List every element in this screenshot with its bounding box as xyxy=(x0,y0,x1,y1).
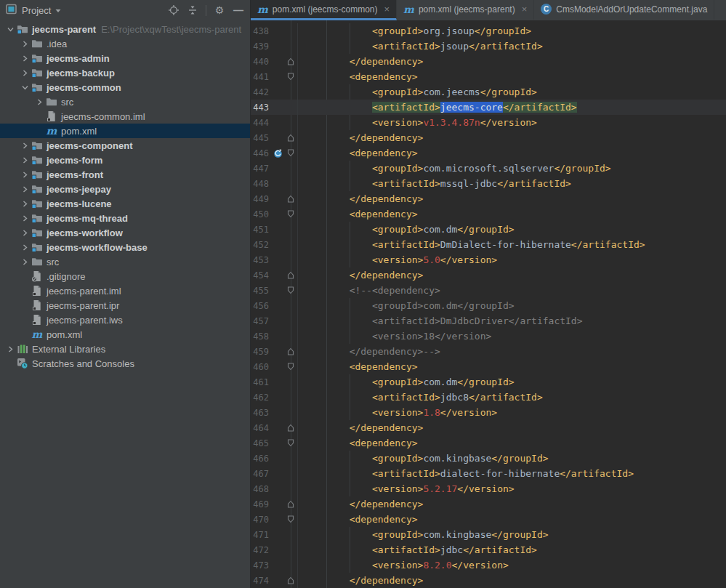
chevron-collapsed-icon[interactable] xyxy=(19,227,31,238)
tree-item-jeecms-component[interactable]: jeecms-component xyxy=(0,138,250,153)
tree-item-pom-xml[interactable]: mpom.xml xyxy=(0,124,250,138)
editor-tab[interactable]: mpom.xml (jeecms-common)× xyxy=(251,0,397,20)
tree-item-scratches-and-consoles[interactable]: Scratches and Consoles xyxy=(0,356,250,371)
fold-marker-icon[interactable] xyxy=(284,267,298,283)
code-text[interactable]: <version>5.0</version> xyxy=(298,252,726,267)
code-text[interactable]: <!--<dependency> xyxy=(298,283,726,298)
code-text[interactable]: </dependency> xyxy=(298,130,726,145)
tree-item--gitignore[interactable]: .gitignore xyxy=(0,269,250,283)
fold-marker-icon[interactable] xyxy=(284,573,298,588)
code-text[interactable]: </dependency>--> xyxy=(298,344,726,359)
code-text[interactable]: </dependency> xyxy=(298,496,726,512)
code-text[interactable]: <artifactId>DmJdbcDriver</artifactId> xyxy=(298,313,726,329)
code-text[interactable]: <artifactId>jdbc</artifactId> xyxy=(298,542,726,557)
tree-item-jeecms-lucene[interactable]: jeecms-lucene xyxy=(0,196,250,211)
project-view-selector[interactable]: Project xyxy=(6,4,62,17)
code-text[interactable]: </dependency> xyxy=(298,191,726,206)
code-text[interactable]: <artifactId>dialect-for-hibernate</artif… xyxy=(298,466,726,481)
close-tab-icon[interactable]: × xyxy=(522,4,528,14)
minimize-icon[interactable]: — xyxy=(233,4,244,16)
tree-item-jeecms-common-iml[interactable]: jeecms-common.iml xyxy=(0,109,250,124)
chevron-collapsed-icon[interactable] xyxy=(19,183,31,195)
tree-item-jeecms-common[interactable]: jeecms-common xyxy=(0,80,250,94)
code-text[interactable]: <dependency> xyxy=(298,359,726,374)
tree-item-jeecms-mq-thread[interactable]: jeecms-mq-thread xyxy=(0,211,250,225)
locate-icon[interactable] xyxy=(168,4,180,16)
code-text[interactable]: <artifactId>mssql-jdbc</artifactId> xyxy=(298,176,726,191)
chevron-collapsed-icon[interactable] xyxy=(19,38,31,49)
code-text[interactable]: <artifactId>jsoup</artifactId> xyxy=(298,39,726,54)
fold-marker-icon[interactable] xyxy=(284,130,298,145)
tree-item--idea[interactable]: .idea xyxy=(0,36,250,51)
chevron-collapsed-icon[interactable] xyxy=(19,52,31,64)
fold-marker-icon[interactable] xyxy=(284,283,298,298)
code-text[interactable]: </dependency> xyxy=(298,420,726,435)
code-text[interactable]: <version>1.8</version> xyxy=(298,405,726,420)
tree-item-jeecms-parent[interactable]: jeecms-parentE:\Project\xqwTest\jeecms-p… xyxy=(0,22,250,36)
tree-item-jeecms-form[interactable]: jeecms-form xyxy=(0,153,250,167)
code-text[interactable]: <artifactId>jdbc8</artifactId> xyxy=(298,390,726,405)
tree-item-jeecms-parent-ipr[interactable]: jeecms-parent.ipr xyxy=(0,298,250,313)
code-text[interactable]: <groupId>com.jeecms</groupId> xyxy=(298,84,726,100)
tree-item-src[interactable]: src xyxy=(0,94,250,109)
fold-marker-icon[interactable] xyxy=(284,145,298,161)
code-text[interactable]: <groupId>com.dm</groupId> xyxy=(298,374,726,390)
code-text[interactable]: <dependency> xyxy=(298,206,726,222)
code-text[interactable]: <version>8.2.0</version> xyxy=(298,557,726,573)
code-text[interactable]: </dependency> xyxy=(298,573,726,588)
tree-item-external-libraries[interactable]: External Libraries xyxy=(0,342,250,356)
tree-item-jeecms-workflow-base[interactable]: jeecms-workflow-base xyxy=(0,240,250,254)
code-text[interactable]: <dependency> xyxy=(298,512,726,527)
fold-marker-icon[interactable] xyxy=(284,420,298,435)
fold-marker-icon[interactable] xyxy=(284,512,298,527)
chevron-collapsed-icon[interactable] xyxy=(19,256,31,267)
code-text[interactable]: <groupId>com.kingbase</groupId> xyxy=(298,527,726,542)
close-tab-icon[interactable]: × xyxy=(384,4,390,14)
tree-item-jeecms-jeepay[interactable]: jeecms-jeepay xyxy=(0,182,250,196)
code-editor[interactable]: 438 <groupId>org.jsoup</groupId>439 <art… xyxy=(251,20,726,588)
code-text[interactable]: <dependency> xyxy=(298,435,726,451)
fold-marker-icon[interactable] xyxy=(284,69,298,84)
chevron-collapsed-icon[interactable] xyxy=(19,169,31,180)
chevron-collapsed-icon[interactable] xyxy=(4,343,16,355)
code-text[interactable]: <groupId>com.dm</groupId> xyxy=(298,298,726,313)
fold-marker-icon[interactable] xyxy=(284,359,298,374)
code-text[interactable]: <dependency> xyxy=(298,69,726,84)
fold-marker-icon[interactable] xyxy=(284,344,298,359)
gear-icon[interactable]: ⚙ xyxy=(214,4,225,16)
fold-marker-icon[interactable] xyxy=(284,435,298,451)
code-text[interactable]: <artifactId>DmDialect-for-hibernate</art… xyxy=(298,237,726,252)
chevron-collapsed-icon[interactable] xyxy=(19,140,31,151)
code-text[interactable]: <version>5.2.17</version> xyxy=(298,481,726,496)
chevron-collapsed-icon[interactable] xyxy=(19,212,31,224)
tree-item-jeecms-backup[interactable]: jeecms-backup xyxy=(0,65,250,80)
fold-marker-icon[interactable] xyxy=(284,496,298,512)
code-text[interactable]: <groupId>com.dm</groupId> xyxy=(298,222,726,237)
collapse-all-icon[interactable] xyxy=(187,4,198,16)
chevron-expanded-icon[interactable] xyxy=(4,23,16,35)
tree-item-jeecms-admin[interactable]: jeecms-admin xyxy=(0,51,250,65)
tree-item-jeecms-parent-iml[interactable]: jeecms-parent.iml xyxy=(0,283,250,298)
chevron-collapsed-icon[interactable] xyxy=(33,96,45,108)
code-text[interactable]: </dependency> xyxy=(298,54,726,69)
chevron-expanded-icon[interactable] xyxy=(19,81,31,93)
tree-item-jeecms-workflow[interactable]: jeecms-workflow xyxy=(0,225,250,240)
editor-tab[interactable]: mpom.xml (jeecms-parent)× xyxy=(397,0,534,20)
code-text[interactable]: <artifactId>jeecms-core</artifactId> xyxy=(298,100,726,115)
code-text[interactable]: <version>v1.3.4.87n</version> xyxy=(298,115,726,130)
fold-marker-icon[interactable] xyxy=(284,206,298,222)
chevron-collapsed-icon[interactable] xyxy=(19,241,31,253)
tree-item-pom-xml[interactable]: mpom.xml xyxy=(0,327,250,342)
gutter-action-icon[interactable] xyxy=(273,145,284,161)
code-text[interactable]: <groupId>org.jsoup</groupId> xyxy=(298,23,726,39)
chevron-collapsed-icon[interactable] xyxy=(19,198,31,209)
code-text[interactable]: <groupId>com.microsoft.sqlserver</groupI… xyxy=(298,161,726,176)
code-text[interactable]: </dependency> xyxy=(298,267,726,283)
editor-tab[interactable]: CCmsModelAddOrUpdateComment.java xyxy=(534,0,714,20)
fold-marker-icon[interactable] xyxy=(284,54,298,69)
tree-item-src[interactable]: src xyxy=(0,254,250,269)
code-text[interactable]: <version>18</version> xyxy=(298,329,726,344)
chevron-collapsed-icon[interactable] xyxy=(19,67,31,78)
chevron-collapsed-icon[interactable] xyxy=(19,154,31,166)
code-text[interactable]: <groupId>com.kingbase</groupId> xyxy=(298,451,726,466)
